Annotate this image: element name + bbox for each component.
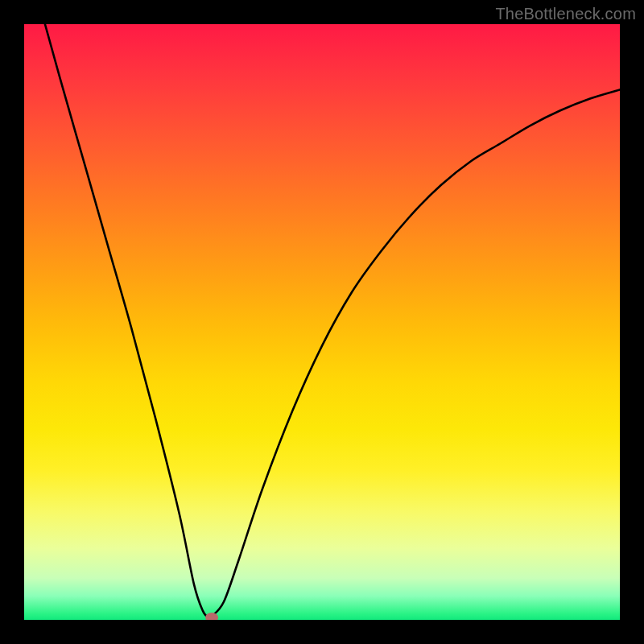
plot-area bbox=[24, 24, 620, 620]
watermark-text: TheBottleneck.com bbox=[495, 5, 636, 23]
chart-frame: TheBottleneck.com bbox=[0, 0, 644, 644]
curve-svg bbox=[24, 24, 620, 620]
min-point-marker bbox=[205, 613, 218, 620]
bottleneck-curve bbox=[45, 24, 620, 618]
